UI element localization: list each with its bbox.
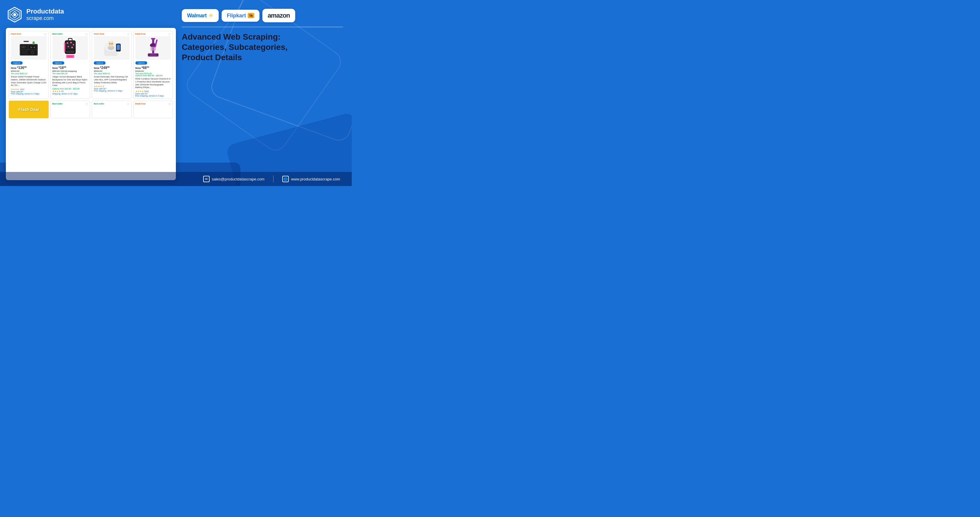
contact-bar: ✉ sales@productdatascrape.com 🌐 www.prod… — [0, 172, 352, 186]
product-badge-bestseller-2: Best seller — [52, 33, 88, 35]
logo-text: Productdata scrape.com — [26, 8, 64, 22]
headline-line3: Product Details — [182, 53, 242, 62]
svg-point-14 — [31, 51, 34, 54]
svg-rect-13 — [25, 51, 27, 54]
badge-bestseller-bottom: Best seller — [52, 103, 88, 105]
product-title-1: iFanze 300W Portable Power Station, 296W… — [11, 75, 47, 87]
product-image-2 — [52, 36, 88, 59]
flash-deal-text: Flash Deal — [18, 107, 39, 112]
wishlist-icon-3[interactable]: ♡ — [127, 33, 130, 36]
logo-icon — [6, 6, 24, 24]
product-card-4: Flash Deal ♡ — [134, 31, 173, 99]
svg-rect-12 — [22, 51, 24, 54]
delivery-3: Free shipping, arrives in 2 days — [94, 90, 130, 92]
svg-point-22 — [73, 44, 74, 45]
product-card-bottom-3: Best seller ♡ — [92, 101, 132, 118]
svg-point-38 — [111, 44, 112, 45]
options-button-3[interactable]: Options — [94, 61, 105, 65]
divider-line — [182, 27, 343, 27]
save-badge-4: Save with W+ — [135, 93, 171, 95]
email-address: sales@productdatascrape.com — [212, 177, 264, 181]
options-button-2[interactable]: Options — [52, 61, 64, 65]
price-old-3: $599.99 — [94, 70, 130, 72]
svg-point-20 — [67, 42, 68, 44]
flipkart-logo-card: Flipkart 🛍 — [222, 10, 259, 22]
amazon-logo-card: amazon — [262, 9, 295, 22]
price-save-4: You save $270.00 — [135, 72, 171, 75]
rating-count-2: 95 — [61, 90, 64, 93]
right-section: Walmart ✳ Flipkart 🛍 amazon Advanced Web… — [182, 6, 343, 180]
amazon-text: amazon — [268, 12, 290, 19]
contact-divider — [273, 176, 274, 182]
product-card-3: Flash Deal ♡ — [92, 31, 132, 99]
rating-count-1: 1082 — [20, 88, 25, 90]
product-title-3: Smart Automatic Self-Cleaning Cat Litter… — [94, 75, 130, 84]
save-badge-3: Save with W+ — [94, 88, 130, 90]
svg-point-21 — [70, 41, 72, 43]
product-badge-flash-4: Flash Deal — [135, 33, 171, 35]
svg-point-33 — [108, 41, 114, 47]
options-range-2: Options from $18.99 – $22.99 — [52, 88, 88, 90]
website-url: www.productdatascrape.com — [291, 177, 340, 181]
product-image-4 — [135, 36, 171, 59]
flipkart-text: Flipkart — [227, 13, 246, 19]
price-now-2: Now $1899 — [52, 66, 88, 70]
options-range-4: Options from $68.99 – $69.89 — [135, 75, 171, 77]
svg-point-7 — [24, 46, 26, 48]
delivery-4: Free shipping, arrives in 2 days — [135, 95, 171, 97]
brand-name: Productdata — [26, 8, 64, 15]
svg-marker-36 — [109, 40, 111, 42]
svg-point-23 — [67, 46, 69, 47]
svg-point-48 — [148, 54, 150, 56]
price-save-3: You save $350.01 — [94, 72, 130, 75]
stars-4: ★★★★ — [135, 90, 144, 93]
price-now-4: Now $6899 — [135, 66, 171, 70]
rating-count-3: 2 — [103, 85, 104, 88]
wishlist-icon-4[interactable]: ♡ — [168, 33, 171, 36]
product-card-bottom-2: Best seller ♡ — [51, 101, 90, 118]
price-old-1: $399.99 — [11, 70, 47, 72]
svg-point-3 — [13, 13, 16, 16]
svg-rect-8 — [29, 45, 37, 49]
badge-bestseller-bottom-3: Best seller — [94, 103, 130, 105]
price-save-2: You save $41.00 — [52, 72, 88, 75]
wishlist-icon-bottom-2[interactable]: ♡ — [85, 103, 88, 106]
wishlist-icon[interactable]: ♡ — [44, 33, 47, 36]
product-grid: Flash Deal ♡ — [9, 31, 173, 99]
price-old-4: $338.99 — [135, 70, 171, 72]
options-button-1[interactable]: Options — [11, 61, 22, 65]
product-card: Flash Deal ♡ — [9, 31, 49, 99]
svg-point-41 — [118, 51, 119, 52]
svg-rect-6 — [21, 46, 24, 48]
wishlist-icon-bottom-4[interactable]: ♡ — [168, 103, 171, 106]
screenshot-mock: Flash Deal ♡ — [6, 28, 176, 180]
headline-line1: Advanced Web Scraping: — [182, 32, 280, 41]
product-badge-flash: Flash Deal — [11, 33, 47, 35]
delivery-1: Free shipping, arrives in 2 days — [11, 93, 47, 95]
product-grid-bottom: Flash Deal Best seller ♡ Best seller ♡ F… — [9, 101, 173, 118]
price-now-1: Now $13699 — [11, 66, 47, 70]
headline: Advanced Web Scraping: Categories, Subca… — [182, 32, 343, 62]
stars-2: ★★★★ — [52, 90, 61, 93]
wishlist-icon-bottom-3[interactable]: ♡ — [127, 103, 130, 106]
email-icon: ✉ — [203, 176, 210, 182]
wishlist-icon-2[interactable]: ♡ — [85, 33, 88, 36]
contact-website: 🌐 www.productdatascrape.com — [282, 176, 340, 182]
product-title-2: Vbiger School Backpack Black Backpacks f… — [52, 75, 88, 87]
svg-point-9 — [30, 47, 32, 48]
product-image-1 — [11, 36, 47, 59]
walmart-text: Walmart — [187, 13, 207, 19]
svg-point-24 — [71, 46, 73, 48]
web-icon: 🌐 — [282, 176, 289, 182]
rating-count-4: 6085 — [144, 90, 149, 93]
flash-deal-card-bottom: Flash Deal — [9, 101, 49, 118]
shipping-1: Save with W+ — [11, 91, 47, 93]
svg-rect-25 — [66, 51, 74, 53]
svg-rect-40 — [117, 45, 120, 50]
svg-point-34 — [109, 43, 111, 44]
svg-rect-45 — [151, 38, 155, 39]
svg-rect-16 — [24, 41, 29, 42]
badge-flash-bottom-4: Flash Deal — [135, 103, 171, 105]
svg-rect-27 — [64, 42, 65, 52]
options-button-4[interactable]: Options — [135, 61, 147, 65]
